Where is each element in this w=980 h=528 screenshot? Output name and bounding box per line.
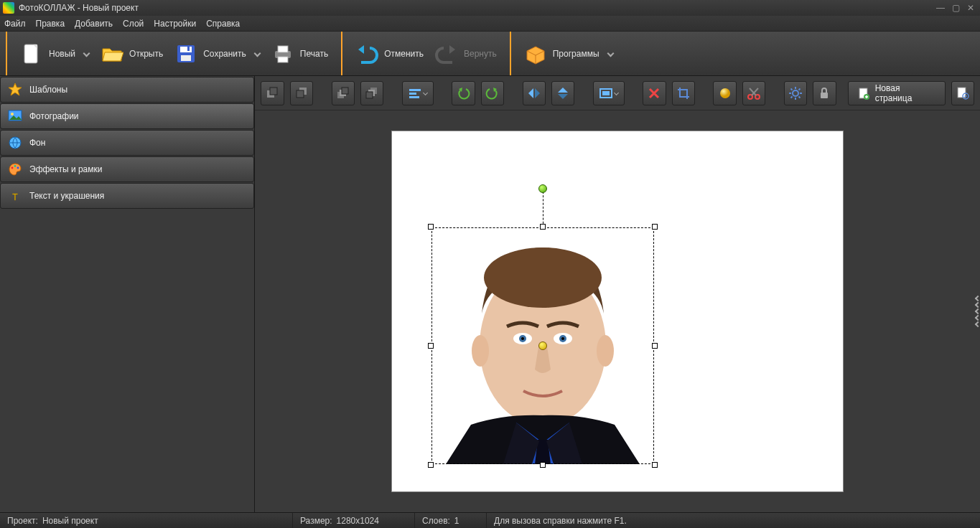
resize-handle-mr[interactable]: [652, 343, 658, 349]
svg-text:T: T: [12, 192, 18, 202]
window-title: ФотоКОЛЛАЖ - Новый проект: [19, 3, 936, 13]
send-back-button[interactable]: [360, 81, 383, 105]
status-bar: Проект: Новый проект Размер: 1280x1024 С…: [0, 512, 980, 528]
menu-add[interactable]: Добавить: [75, 19, 113, 29]
workspace: Новая страница: [255, 76, 980, 512]
main-toolbar: Новый Открыть Сохранить Печать Отменить …: [0, 32, 980, 76]
svg-marker-36: [535, 88, 540, 98]
color-ball-icon: [718, 86, 732, 100]
new-label: Новый: [49, 49, 75, 59]
svg-rect-29: [366, 92, 373, 98]
layer-back-icon: [365, 86, 379, 100]
toolbar-group-edit: Отменить Вернуть: [341, 32, 510, 75]
bring-front-button[interactable]: [332, 81, 355, 105]
text-icon: T: [8, 189, 22, 203]
svg-rect-32: [409, 96, 419, 98]
status-layers: Слоев: 1: [415, 513, 487, 528]
chevron-down-icon: [253, 50, 261, 57]
settings-button[interactable]: [784, 81, 807, 105]
delete-button[interactable]: [643, 81, 666, 105]
resize-handle-bl[interactable]: [428, 462, 434, 468]
scissors-icon: [747, 86, 761, 100]
sidebar-item-background[interactable]: Фон: [0, 130, 254, 156]
status-hint: Для вызова справки нажмите F1.: [487, 513, 980, 528]
align-button[interactable]: [402, 81, 434, 105]
align-icon: [408, 86, 422, 100]
resize-handle-tl[interactable]: [428, 224, 434, 230]
status-hint-text: Для вызова справки нажмите F1.: [494, 516, 627, 526]
undo-button[interactable]: Отменить: [350, 38, 429, 70]
fit-icon: [599, 86, 613, 100]
redo-icon: [435, 42, 458, 65]
page-settings-button[interactable]: [951, 81, 974, 105]
toolbar-group-programs: Программы: [510, 32, 626, 75]
svg-marker-37: [558, 88, 568, 93]
menu-layer[interactable]: Слой: [123, 19, 144, 29]
status-project: Проект: Новый проект: [0, 513, 293, 528]
crop-button[interactable]: [672, 81, 695, 105]
cut-button[interactable]: [742, 81, 765, 105]
svg-point-41: [720, 88, 730, 98]
printer-icon: [271, 42, 294, 65]
layer-front-icon: [336, 86, 350, 100]
menu-file[interactable]: Файл: [4, 19, 26, 29]
canvas-area[interactable]: [255, 110, 980, 512]
close-button[interactable]: ✕: [967, 3, 974, 13]
menu-edit[interactable]: Правка: [36, 19, 65, 29]
open-button[interactable]: Открыть: [95, 38, 169, 70]
svg-line-50: [798, 96, 800, 98]
status-project-value: Новый проект: [42, 516, 98, 526]
color-button[interactable]: [713, 81, 736, 105]
page-add-icon: [857, 87, 869, 100]
status-layers-label: Слоев:: [422, 516, 450, 526]
rotate-right-button[interactable]: [481, 81, 504, 105]
undo-icon: [355, 42, 378, 65]
bring-forward-button[interactable]: [261, 81, 284, 105]
canvas-page[interactable]: [391, 131, 844, 492]
chevron-down-icon: [83, 50, 90, 57]
svg-rect-30: [409, 89, 421, 91]
print-label: Печать: [300, 49, 328, 59]
svg-marker-11: [9, 83, 22, 95]
resize-handle-bm[interactable]: [540, 462, 546, 468]
sidebar-item-templates[interactable]: Шаблоны: [0, 77, 254, 103]
lock-button[interactable]: [813, 81, 836, 105]
print-button[interactable]: Печать: [266, 38, 334, 70]
resize-handle-br[interactable]: [652, 462, 658, 468]
flip-horizontal-button[interactable]: [523, 81, 546, 105]
sidebar-item-photos[interactable]: Фотографии: [0, 103, 254, 129]
resize-handle-tm[interactable]: [540, 224, 546, 230]
svg-line-51: [790, 96, 792, 98]
menu-help[interactable]: Справка: [206, 19, 240, 29]
chevron-down-icon: [423, 90, 428, 95]
svg-rect-21: [270, 88, 277, 95]
page-gear-icon: [956, 86, 970, 100]
sidebar-item-text[interactable]: T Текст и украшения: [0, 183, 254, 209]
rotate-left-icon: [456, 86, 470, 100]
minimize-button[interactable]: —: [936, 3, 945, 13]
flip-vertical-button[interactable]: [551, 81, 574, 105]
maximize-button[interactable]: ▢: [952, 3, 960, 13]
svg-rect-4: [181, 55, 191, 61]
star-icon: [8, 82, 22, 97]
file-new-icon: [20, 42, 43, 65]
new-page-button[interactable]: Новая страница: [848, 81, 946, 105]
resize-handle-ml[interactable]: [428, 343, 434, 349]
right-panel-expand-handle[interactable]: [976, 296, 980, 326]
fit-button[interactable]: [593, 81, 625, 105]
resize-handle-tr[interactable]: [652, 224, 658, 230]
box-icon: [524, 42, 547, 65]
send-backward-button[interactable]: [290, 81, 313, 105]
redo-button[interactable]: Вернуть: [429, 38, 503, 70]
sidebar-item-effects[interactable]: Эффекты и рамки: [0, 156, 254, 182]
rotate-left-button[interactable]: [452, 81, 475, 105]
menu-settings[interactable]: Настройки: [154, 19, 196, 29]
rotate-right-icon: [485, 86, 500, 100]
flip-h-icon: [527, 86, 541, 100]
open-label: Открыть: [129, 49, 163, 59]
rotation-handle[interactable]: [538, 184, 547, 193]
new-button[interactable]: Новый: [14, 38, 95, 70]
selected-image-object[interactable]: [431, 227, 654, 464]
save-button[interactable]: Сохранить: [169, 38, 266, 70]
programs-button[interactable]: Программы: [518, 38, 619, 70]
